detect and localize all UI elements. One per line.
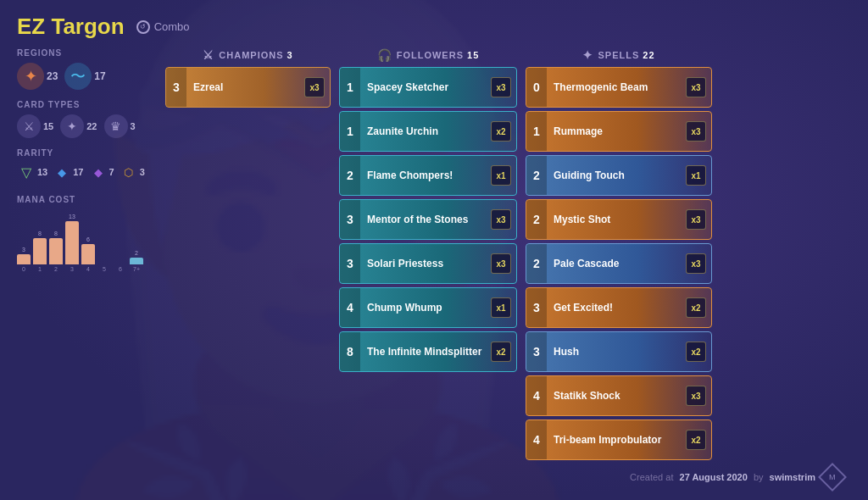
card-row[interactable]: 3Hushx2 bbox=[526, 331, 712, 372]
rarity-label: RARITY bbox=[17, 148, 157, 158]
card-count-badge: x1 bbox=[686, 165, 706, 186]
footer: Created at 27 August 2020 by swimstrim M bbox=[165, 467, 851, 487]
card-row[interactable]: 3Mentor of the Stonesx3 bbox=[339, 199, 517, 240]
card-type-units: ⚔ 15 bbox=[17, 114, 53, 138]
card-row[interactable]: 1Zaunite Urchinx2 bbox=[339, 111, 517, 152]
mana-bar-col-6 bbox=[114, 263, 127, 264]
card-cost: 4 bbox=[340, 288, 360, 327]
followers-header-label: FOLLOWERS 15 bbox=[397, 50, 480, 60]
region-bilgewater: 〜 17 bbox=[64, 63, 105, 90]
mana-bar-col-0: 3 bbox=[17, 247, 31, 264]
rare-count: 17 bbox=[73, 167, 83, 177]
card-cost: 3 bbox=[166, 68, 186, 107]
card-name: Pale Cascade bbox=[547, 258, 686, 269]
created-date: 27 August 2020 bbox=[680, 472, 748, 482]
card-row[interactable]: 4Statikk Shockx3 bbox=[526, 375, 712, 416]
card-row[interactable]: 2Pale Cascadex3 bbox=[526, 243, 712, 284]
epic-count: 7 bbox=[109, 167, 114, 177]
card-row[interactable]: 1Rummagex3 bbox=[526, 111, 712, 152]
card-row[interactable]: 3Ezrealx3 bbox=[165, 67, 331, 108]
mana-bar-col-4: 6 bbox=[81, 236, 95, 264]
card-count-badge: x2 bbox=[686, 342, 706, 362]
header: EZ Targon ↺ Combo bbox=[17, 14, 851, 40]
rarity-common: ▽ 13 bbox=[17, 163, 47, 181]
card-count-badge: x2 bbox=[686, 430, 706, 450]
card-name: Ezreal bbox=[186, 81, 304, 93]
columns-body: 3Ezrealx3 1Spacey Sketcherx31Zaunite Urc… bbox=[165, 67, 851, 460]
champions-count: 3 bbox=[131, 121, 136, 131]
card-cost: 3 bbox=[526, 332, 547, 371]
card-name: Solari Priestess bbox=[360, 258, 491, 269]
rarity-rare: ◆ 17 bbox=[53, 163, 83, 181]
card-name: Hush bbox=[547, 346, 686, 358]
common-icon: ▽ bbox=[17, 163, 36, 181]
card-count-badge: x3 bbox=[686, 386, 706, 406]
mana-bar-col-3: 13 bbox=[65, 214, 79, 264]
card-count-badge: x3 bbox=[686, 77, 706, 97]
card-count-badge: x3 bbox=[491, 77, 511, 97]
mana-bar-2 bbox=[49, 238, 63, 264]
card-row[interactable]: 2Guiding Touchx1 bbox=[526, 155, 712, 196]
spells-header-icon: ✦ bbox=[582, 48, 593, 62]
card-row[interactable]: 3Solari Priestessx3 bbox=[339, 243, 517, 284]
card-columns-area: ⚔ CHAMPIONS 3 🎧 FOLLOWERS 15 ✦ SPELLS 22… bbox=[165, 48, 851, 487]
card-name: Tri-beam Improbulator bbox=[547, 434, 686, 446]
mana-label-0: 0 bbox=[17, 266, 31, 272]
champion-rarity-icon: ⬡ bbox=[120, 163, 138, 181]
epic-icon: ◆ bbox=[89, 163, 108, 181]
card-type-champions: ♛ 3 bbox=[104, 114, 136, 138]
followers-column: 1Spacey Sketcherx31Zaunite Urchinx22Flam… bbox=[339, 67, 517, 460]
mana-bar-value-1: 8 bbox=[38, 231, 42, 236]
regions-section: REGIONS ✦ 23 〜 17 bbox=[17, 48, 157, 90]
mana-bar-3 bbox=[65, 221, 79, 264]
mana-bar-value-2: 8 bbox=[54, 231, 58, 236]
card-types-label: CARD TYPES bbox=[17, 100, 157, 109]
card-name: Thermogenic Beam bbox=[547, 81, 686, 93]
bilgewater-count: 17 bbox=[94, 70, 105, 82]
mana-bar-value-3: 13 bbox=[69, 214, 75, 219]
card-row[interactable]: 2Flame Chompers!x1 bbox=[339, 155, 517, 196]
card-name: Rummage bbox=[547, 125, 686, 137]
card-row[interactable]: 2Mystic Shotx3 bbox=[526, 199, 712, 240]
card-name: The Infinite Mindsplitter bbox=[360, 346, 491, 358]
card-count-badge: x3 bbox=[686, 253, 706, 274]
mana-label-3: 3 bbox=[65, 266, 79, 272]
card-count-badge: x3 bbox=[686, 209, 706, 230]
card-count-badge: x3 bbox=[686, 121, 706, 142]
mana-bar-7+ bbox=[130, 258, 143, 264]
spells-header: ✦ SPELLS 22 bbox=[526, 48, 712, 62]
card-cost: 1 bbox=[526, 112, 547, 151]
card-row[interactable]: 4Chump Whumpx1 bbox=[339, 287, 517, 328]
mana-bar-value-4: 6 bbox=[86, 236, 90, 242]
card-name: Chump Whump bbox=[360, 302, 491, 314]
mana-bar-1 bbox=[33, 238, 47, 264]
spells-column: 0Thermogenic Beamx31Rummagex32Guiding To… bbox=[526, 67, 712, 460]
card-cost: 1 bbox=[340, 112, 360, 151]
card-row[interactable]: 3Get Excited!x2 bbox=[526, 287, 712, 328]
mana-bar-4 bbox=[81, 244, 95, 264]
mana-bar-col-1: 8 bbox=[33, 231, 47, 264]
mana-bar-col-5 bbox=[97, 263, 111, 264]
rare-icon: ◆ bbox=[53, 163, 71, 181]
card-name: Guiding Touch bbox=[547, 169, 686, 181]
card-count-badge: x1 bbox=[491, 297, 511, 318]
card-row[interactable]: 4Tri-beam Improbulatorx2 bbox=[526, 419, 712, 460]
common-count: 13 bbox=[37, 167, 47, 177]
card-count-badge: x2 bbox=[686, 297, 706, 318]
card-count-badge: x3 bbox=[304, 77, 325, 97]
by-text: by bbox=[754, 472, 764, 482]
card-count-badge: x2 bbox=[491, 121, 511, 142]
card-row[interactable]: 1Spacey Sketcherx3 bbox=[339, 67, 517, 108]
mana-label-7+: 7+ bbox=[130, 266, 143, 272]
mana-section: MANA COST 3881362 01234567+ bbox=[17, 195, 157, 272]
card-row[interactable]: 8The Infinite Mindsplitterx2 bbox=[339, 331, 517, 372]
deck-title: EZ Targon bbox=[17, 14, 125, 40]
card-cost: 3 bbox=[340, 200, 360, 239]
mana-label-1: 1 bbox=[33, 266, 47, 272]
spells-header-label: SPELLS 22 bbox=[598, 50, 654, 60]
card-cost: 1 bbox=[340, 68, 360, 107]
card-cost: 2 bbox=[526, 244, 547, 283]
bilgewater-icon: 〜 bbox=[64, 63, 92, 90]
targon-count: 23 bbox=[47, 70, 58, 82]
card-row[interactable]: 0Thermogenic Beamx3 bbox=[526, 67, 712, 108]
